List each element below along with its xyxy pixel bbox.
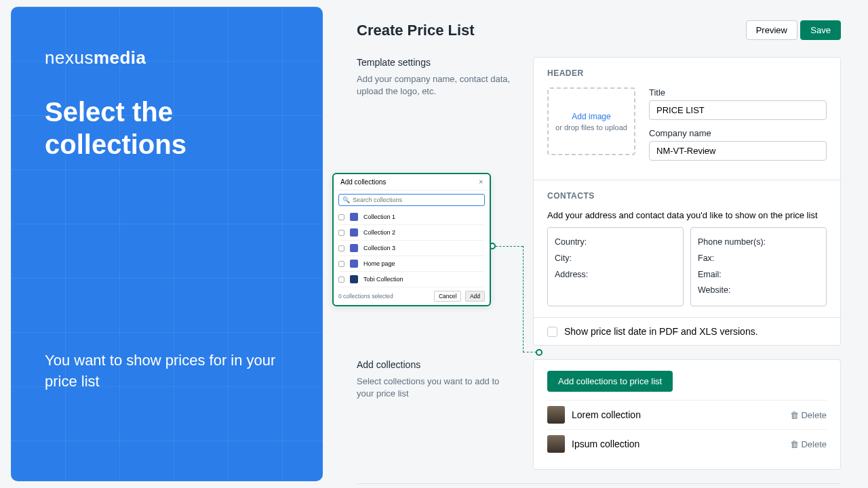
modal-search[interactable]: 🔍 bbox=[338, 194, 485, 206]
address-label: Address: bbox=[555, 267, 676, 283]
item-thumb bbox=[350, 228, 358, 237]
add-collections-modal: Add collections × 🔍 Collection 1 Collect… bbox=[332, 173, 491, 306]
add-collections-desc: Select collections you want to add to yo… bbox=[357, 375, 513, 400]
connector-line bbox=[523, 352, 536, 352]
save-button[interactable]: Save bbox=[800, 20, 841, 40]
contacts-comm-box[interactable]: Phone number(s): Fax: Email: Website: bbox=[690, 227, 827, 306]
selected-count: 0 collections selected bbox=[338, 293, 393, 300]
contacts-section-label: CONTACTS bbox=[547, 191, 827, 201]
item-checkbox[interactable] bbox=[338, 245, 344, 251]
add-collections-title: Add collections bbox=[357, 359, 513, 370]
phone-label: Phone number(s): bbox=[698, 235, 819, 251]
modal-add-button[interactable]: Add bbox=[465, 291, 485, 302]
item-checkbox[interactable] bbox=[338, 261, 344, 267]
item-label: Home page bbox=[363, 260, 395, 267]
preview-button[interactable]: Preview bbox=[746, 20, 797, 40]
close-icon[interactable]: × bbox=[479, 178, 483, 186]
search-input[interactable] bbox=[353, 197, 481, 203]
brand-logo: nexusmedia bbox=[45, 47, 289, 68]
modal-title: Add collections bbox=[340, 178, 386, 186]
collection-row: Ipsum collection 🗑Delete bbox=[547, 429, 827, 458]
template-card: HEADER Add image or drop files to upload… bbox=[533, 57, 841, 346]
promo-panel: nexusmedia Select the collections You wa… bbox=[11, 7, 323, 481]
item-checkbox[interactable] bbox=[338, 277, 344, 283]
trash-icon: 🗑 bbox=[790, 439, 799, 449]
item-thumb bbox=[350, 275, 358, 283]
item-label: Collection 1 bbox=[363, 214, 395, 220]
connector-line bbox=[523, 246, 524, 352]
template-settings-title: Template settings bbox=[357, 57, 513, 68]
show-date-label: Show price list date in PDF and XLS vers… bbox=[564, 326, 758, 337]
show-date-checkbox[interactable] bbox=[547, 327, 557, 337]
trash-icon: 🗑 bbox=[790, 410, 799, 420]
connector-line bbox=[496, 246, 523, 247]
modal-cancel-button[interactable]: Cancel bbox=[434, 291, 461, 302]
item-label: Collection 2 bbox=[363, 229, 395, 236]
brand-bold: media bbox=[94, 47, 146, 68]
item-thumb bbox=[350, 213, 358, 221]
collection-thumb bbox=[547, 435, 565, 453]
brand-light: nexus bbox=[45, 47, 94, 68]
item-checkbox[interactable] bbox=[338, 214, 344, 220]
image-dropzone[interactable]: Add image or drop files to upload bbox=[547, 87, 635, 155]
contacts-address-box[interactable]: Country: City: Address: bbox=[547, 227, 684, 306]
collections-card: Add collections to price list Lorem coll… bbox=[533, 359, 841, 470]
search-icon: 🔍 bbox=[342, 197, 350, 203]
hero-heading: Select the collections bbox=[45, 96, 289, 161]
fax-label: Fax: bbox=[698, 251, 819, 267]
city-label: City: bbox=[555, 251, 676, 267]
page-title: Create Price List bbox=[357, 22, 475, 39]
collection-name: Ipsum collection bbox=[572, 439, 783, 449]
modal-list-item[interactable]: Collection 2 bbox=[338, 225, 485, 241]
hero-subtext: You want to show prices for in your pric… bbox=[45, 350, 289, 392]
title-label: Title bbox=[649, 87, 827, 98]
modal-list-item[interactable]: Home page bbox=[338, 256, 485, 272]
delete-button[interactable]: 🗑Delete bbox=[790, 439, 827, 449]
template-settings-desc: Add your company name, contact data, upl… bbox=[357, 73, 513, 98]
item-thumb bbox=[350, 260, 358, 268]
company-input[interactable] bbox=[649, 141, 827, 161]
modal-list-item[interactable]: Tobi Collection bbox=[338, 272, 485, 287]
header-section-label: HEADER bbox=[547, 68, 827, 78]
delete-button[interactable]: 🗑Delete bbox=[790, 410, 827, 420]
item-checkbox[interactable] bbox=[338, 230, 344, 236]
item-label: Tobi Collection bbox=[363, 276, 403, 283]
item-label: Collection 3 bbox=[363, 245, 395, 251]
website-label: Website: bbox=[698, 283, 819, 299]
add-image-link[interactable]: Add image bbox=[572, 112, 610, 121]
country-label: Country: bbox=[555, 235, 676, 251]
add-collections-button[interactable]: Add collections to price list bbox=[547, 371, 673, 392]
collection-thumb bbox=[547, 406, 565, 424]
item-thumb bbox=[350, 244, 358, 252]
collection-name: Lorem collection bbox=[572, 409, 783, 420]
modal-list-item[interactable]: Collection 1 bbox=[338, 209, 485, 225]
title-input[interactable] bbox=[649, 100, 827, 120]
email-label: Email: bbox=[698, 267, 819, 283]
drop-hint: or drop files to upload bbox=[555, 123, 627, 131]
contacts-desc: Add your address and contact data you'd … bbox=[547, 210, 827, 220]
modal-list-item[interactable]: Collection 3 bbox=[338, 241, 485, 256]
collection-row: Lorem collection 🗑Delete bbox=[547, 400, 827, 429]
company-label: Company name bbox=[649, 128, 827, 138]
